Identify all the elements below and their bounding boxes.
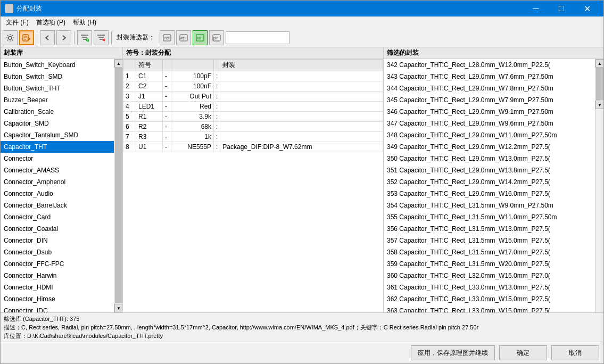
back-button[interactable]: [40, 30, 55, 45]
library-item[interactable]: Connector_IDC: [1, 305, 114, 312]
footprint-item[interactable]: 363 Capacitor_THT:C_Rect_L33.0mm_W15.0mm…: [384, 305, 595, 312]
cancel-button[interactable]: 取消: [551, 345, 599, 360]
library-item[interactable]: Connector_DIN: [1, 235, 114, 246]
footprint-item[interactable]: 356 Capacitor_THT:C_Rect_L31.5mm_W13.0mm…: [384, 223, 595, 235]
library-item[interactable]: Connector_Harwin: [1, 270, 114, 282]
library-item[interactable]: Connector_Dsub: [1, 246, 114, 258]
clear-filter-button[interactable]: [94, 30, 109, 45]
footprint-item[interactable]: 362 Capacitor_THT:C_Rect_L33.0mm_W15.0mm…: [384, 293, 595, 305]
footprint-item[interactable]: 355 Capacitor_THT:C_Rect_L31.5mm_W11.0mm…: [384, 211, 595, 223]
library-item[interactable]: Capacitor_Tantalum_SMD: [1, 129, 114, 141]
footprint-item[interactable]: 343 Capacitor_THT:C_Rect_L29.0mm_W7.6mm_…: [384, 71, 595, 82]
footprint-item[interactable]: 347 Capacitor_THT:C_Rect_L29.0mm_W9.6mm_…: [384, 118, 595, 129]
right-scroll-up[interactable]: ▲: [595, 59, 603, 68]
filter-toggle-button[interactable]: [77, 30, 92, 45]
table-row[interactable]: 3 J1 - Out Put :: [123, 92, 383, 102]
window-title: 分配封装: [16, 4, 42, 13]
row-ref: R2: [136, 122, 163, 132]
filter-btn-4[interactable]: pin: [209, 30, 224, 45]
library-item[interactable]: Connector_Hirose: [1, 293, 114, 305]
library-item[interactable]: Connector_AMASS: [1, 164, 114, 176]
library-item[interactable]: Button_Switch_Keyboard: [1, 59, 114, 71]
library-item[interactable]: Connector_Amphenol: [1, 176, 114, 188]
filter-lib-icon: lib: [196, 34, 204, 42]
close-button[interactable]: ✕: [575, 1, 599, 16]
library-item[interactable]: Connector_BarrelJack: [1, 200, 114, 211]
table-row[interactable]: 2 C2 - 100nF :: [123, 81, 383, 92]
library-item[interactable]: Connector_HDMI: [1, 282, 114, 293]
table-row[interactable]: 1 C1 - 100pF :: [123, 71, 383, 81]
library-item[interactable]: Button_Switch_THT: [1, 82, 114, 94]
table-row[interactable]: 4 LED1 - Red :: [123, 102, 383, 112]
right-scrollbar[interactable]: ▲ ▼: [595, 59, 603, 312]
library-item[interactable]: Capacitor_THT: [1, 141, 114, 153]
menu-file[interactable]: 文件 (F): [3, 17, 32, 28]
row-colon: :: [214, 71, 220, 81]
filter-btn-2[interactable]: #fp: [176, 30, 191, 45]
right-panel-header: 筛选的封装: [384, 47, 603, 59]
library-item[interactable]: Connector_Coaxial: [1, 223, 114, 235]
table-row[interactable]: 8 U1 - NE555P : Package_DIF:DIP-8_W7.62m…: [123, 142, 383, 152]
menu-preferences[interactable]: 首选项 (P): [33, 17, 69, 28]
row-dash: -: [163, 81, 171, 92]
footprint-item[interactable]: 351 Capacitor_THT:C_Rect_L29.0mm_W13.8mm…: [384, 164, 595, 176]
footprint-item[interactable]: 359 Capacitor_THT:C_Rect_L31.5mm_W20.0mm…: [384, 258, 595, 270]
row-pkg: [220, 122, 383, 132]
footprint-item[interactable]: 357 Capacitor_THT:C_Rect_L31.5mm_W15.0mm…: [384, 235, 595, 246]
footprint-list[interactable]: 342 Capacitor_THT:C_Rect_L28.0mm_W12.0mm…: [384, 59, 595, 312]
library-item[interactable]: Connector_Card: [1, 211, 114, 223]
row-ref: J1: [136, 92, 163, 102]
menu-bar: 文件 (F) 首选项 (P) 帮助 (H): [1, 16, 603, 28]
apply-button[interactable]: 应用，保存原理图并继续: [411, 345, 495, 360]
left-scroll-up[interactable]: ▲: [114, 59, 122, 68]
settings-button[interactable]: [3, 30, 18, 45]
footprint-item[interactable]: 353 Capacitor_THT:C_Rect_L29.0mm_W16.0mm…: [384, 188, 595, 200]
library-item[interactable]: Connector_FFC-FPC: [1, 258, 114, 270]
row-dash: -: [163, 132, 171, 142]
library-list[interactable]: Button_Switch_KeyboardButton_Switch_SMDB…: [1, 59, 114, 312]
library-item[interactable]: Connector_Audio: [1, 188, 114, 200]
library-item[interactable]: Buzzer_Beeper: [1, 94, 114, 106]
footprint-item[interactable]: 360 Capacitor_THT:C_Rect_L32.0mm_W15.0mm…: [384, 270, 595, 282]
maximize-button[interactable]: □: [549, 1, 574, 16]
minimize-button[interactable]: ─: [524, 1, 548, 16]
row-pkg: [220, 92, 383, 102]
table-row[interactable]: 7 R3 - 1k :: [123, 132, 383, 142]
right-scroll-thumb[interactable]: [596, 68, 603, 100]
footprint-item[interactable]: 361 Capacitor_THT:C_Rect_L33.0mm_W13.0mm…: [384, 282, 595, 293]
library-item[interactable]: Calibration_Scale: [1, 106, 114, 118]
left-scroll-thumb[interactable]: [115, 68, 122, 303]
symbol-table[interactable]: 符号 封装 1 C1 - 100pF : 2 C2: [123, 59, 383, 312]
library-item[interactable]: Capacitor_SMD: [1, 118, 114, 129]
bottom-buttons: 应用，保存原理图并继续 确定 取消: [1, 342, 603, 363]
library-item[interactable]: Button_Switch_SMD: [1, 71, 114, 82]
footprint-item[interactable]: 354 Capacitor_THT:C_Rect_L31.5mm_W9.0mm_…: [384, 200, 595, 211]
footprint-item[interactable]: 346 Capacitor_THT:C_Rect_L29.0mm_W9.1mm_…: [384, 106, 595, 118]
ok-button[interactable]: 确定: [499, 345, 547, 360]
library-item[interactable]: Connector: [1, 153, 114, 164]
forward-button[interactable]: [56, 30, 71, 45]
row-num: 7: [123, 132, 136, 142]
footprint-item[interactable]: 342 Capacitor_THT:C_Rect_L28.0mm_W12.0mm…: [384, 59, 595, 71]
left-scroll-down[interactable]: ▼: [114, 304, 122, 312]
filter-ref-icon: ref: [163, 34, 171, 42]
title-bar: 分配封装 ─ □ ✕: [1, 1, 603, 16]
footprint-item[interactable]: 344 Capacitor_THT:C_Rect_L29.0mm_W7.8mm_…: [384, 82, 595, 94]
footprint-item[interactable]: 352 Capacitor_THT:C_Rect_L29.0mm_W14.2mm…: [384, 176, 595, 188]
col-num: [123, 60, 136, 71]
footprint-item[interactable]: 358 Capacitor_THT:C_Rect_L31.5mm_W17.0mm…: [384, 246, 595, 258]
menu-help[interactable]: 帮助 (H): [70, 17, 100, 28]
toolbar: 封装筛选器： ref #fp lib: [1, 28, 603, 47]
filter-btn-1[interactable]: ref: [160, 30, 175, 45]
table-row[interactable]: 5 R1 - 3.9k :: [123, 112, 383, 122]
footprint-item[interactable]: 345 Capacitor_THT:C_Rect_L29.0mm_W7.9mm_…: [384, 94, 595, 106]
filter-search-input[interactable]: [226, 31, 289, 44]
table-row[interactable]: 6 R2 - 68k :: [123, 122, 383, 132]
assign-button[interactable]: [19, 30, 34, 45]
left-scrollbar[interactable]: ▲ ▼: [114, 59, 122, 312]
footprint-item[interactable]: 349 Capacitor_THT:C_Rect_L29.0mm_W12.2mm…: [384, 141, 595, 153]
footprint-item[interactable]: 348 Capacitor_THT:C_Rect_L29.0mm_W11.0mm…: [384, 129, 595, 141]
footprint-item[interactable]: 350 Capacitor_THT:C_Rect_L29.0mm_W13.0mm…: [384, 153, 595, 164]
filter-btn-3[interactable]: lib: [193, 30, 208, 45]
right-scroll-down[interactable]: ▼: [595, 101, 603, 109]
